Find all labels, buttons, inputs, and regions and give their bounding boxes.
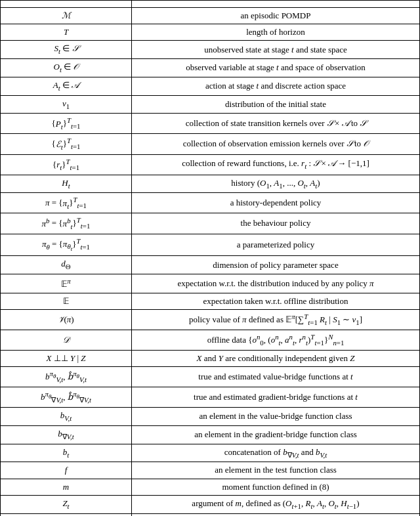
table-row: Ot ∈ 𝒪observed variable at stage t and s… [1, 59, 420, 77]
notation-cell: Ht [1, 175, 132, 193]
description-cell: true and estimated value-bridge function… [132, 367, 420, 387]
description-cell: observed variable at stage t and space o… [132, 59, 420, 77]
description-cell: argument of m, defined as (Ot+1, Rt, At,… [132, 495, 420, 513]
table-row: bπθV,t, b̂πθV,ttrue and estimated value-… [1, 367, 420, 387]
table-row: 𝔼expectation taken w.r.t. offline distri… [1, 293, 420, 309]
notation-cell: Wt [1, 513, 132, 516]
table-row: {Pt}Tt=1collection of state transition k… [1, 114, 420, 134]
description-cell: dimension of policy parameter space [132, 256, 420, 274]
notation-cell: b∇V,t [1, 425, 132, 444]
notation-cell: ℳ [1, 8, 132, 24]
table-row: Tlength of horizon [1, 24, 420, 41]
notation-cell: bt [1, 444, 132, 462]
table-row: X ⊥⊥ Y | ZX and Y are conditionally inde… [1, 350, 420, 366]
table-row: ℳan episodic POMDP [1, 8, 420, 24]
description-cell: the behaviour policy [132, 213, 420, 234]
description-cell: offline data {on0, (ont, ant, rnt)Tt=1}N… [132, 330, 420, 350]
description-cell: concatenation of b∇V,t and bV,t [132, 444, 420, 462]
description-cell: distribution of the initial state [132, 95, 420, 114]
table-row: Wtargument of bt, defined as (At, Ot, Ht… [1, 513, 420, 516]
description-cell: collection of reward functions, i.e. rt … [132, 154, 420, 175]
descriptions-header [132, 1, 420, 8]
table-row: 𝒟offline data {on0, (ont, ant, rnt)Tt=1}… [1, 330, 420, 350]
notation-cell: πθ = {πθt}Tt=1 [1, 234, 132, 256]
notation-cell: π = {πt}Tt=1 [1, 193, 132, 213]
table-row: {ℰt}Tt=1collection of observation emissi… [1, 134, 420, 154]
notation-cell: St ∈ 𝒮 [1, 41, 132, 59]
table-row: {rt}Tt=1collection of reward functions, … [1, 154, 420, 175]
table-row: Hthistory (O1, A1, ..., Ot, At) [1, 175, 420, 193]
notation-cell: 𝒱(π) [1, 309, 132, 330]
notation-cell: ν1 [1, 95, 132, 114]
description-cell: an element in the gradient-bridge functi… [132, 425, 420, 444]
description-cell: an episodic POMDP [132, 8, 420, 24]
notation-cell: 𝒟 [1, 330, 132, 350]
table-row: πb = {πbt}Tt=1the behaviour policy [1, 213, 420, 234]
notation-cell: bπθV,t, b̂πθV,t [1, 367, 132, 387]
notation-cell: πb = {πbt}Tt=1 [1, 213, 132, 234]
notation-cell: {Pt}Tt=1 [1, 114, 132, 134]
description-cell: policy value of π defined as 𝔼π[∑Tt=1 Rt… [132, 309, 420, 330]
notation-cell: dΘ [1, 256, 132, 274]
table-row: ν1distribution of the initial state [1, 95, 420, 114]
notation-cell: Ot ∈ 𝒪 [1, 59, 132, 77]
description-cell: moment function defined in (8) [132, 479, 420, 495]
description-cell: X and Y are conditionally independent gi… [132, 350, 420, 366]
table-row: bV,tan element in the value-bridge funct… [1, 408, 420, 426]
notation-cell: T [1, 24, 132, 41]
description-cell: collection of observation emission kerne… [132, 134, 420, 154]
table-row: St ∈ 𝒮unobserved state at stage t and st… [1, 41, 420, 59]
description-cell: history (O1, A1, ..., Ot, At) [132, 175, 420, 193]
table-row: fan element in the test function class [1, 462, 420, 479]
notation-cell: At ∈ 𝒜 [1, 77, 132, 95]
description-cell: an element in the test function class [132, 462, 420, 479]
table-row: πθ = {πθt}Tt=1a parameterized policy [1, 234, 420, 256]
notation-cell: bV,t [1, 408, 132, 426]
description-cell: length of horizon [132, 24, 420, 41]
table-row: b∇V,tan element in the gradient-bridge f… [1, 425, 420, 444]
notation-table: ℳan episodic POMDPTlength of horizonSt ∈… [0, 0, 420, 516]
description-cell: a history-dependent policy [132, 193, 420, 213]
description-cell: action at stage t and discrete action sp… [132, 77, 420, 95]
notation-cell: 𝔼 [1, 293, 132, 309]
notation-cell: bπθ∇V,t, b̂πθ∇V,t [1, 387, 132, 408]
table-row: π = {πt}Tt=1a history-dependent policy [1, 193, 420, 213]
table-row: mmoment function defined in (8) [1, 479, 420, 495]
description-cell: expectation taken w.r.t. offline distrib… [132, 293, 420, 309]
table-row: 𝔼πexpectation w.r.t. the distribution in… [1, 274, 420, 293]
description-cell: argument of bt, defined as (At, Ot, Ht−1… [132, 513, 420, 516]
description-cell: expectation w.r.t. the distribution indu… [132, 274, 420, 293]
table-row: 𝒱(π)policy value of π defined as 𝔼π[∑Tt=… [1, 309, 420, 330]
notation-cell: Zt [1, 495, 132, 513]
notations-header [1, 1, 132, 8]
description-cell: unobserved state at stage t and state sp… [132, 41, 420, 59]
table-row: btconcatenation of b∇V,t and bV,t [1, 444, 420, 462]
table-row: At ∈ 𝒜action at stage t and discrete act… [1, 77, 420, 95]
description-cell: true and estimated gradient-bridge funct… [132, 387, 420, 408]
table-row: dΘdimension of policy parameter space [1, 256, 420, 274]
notation-cell: f [1, 462, 132, 479]
description-cell: an element in the value-bridge function … [132, 408, 420, 426]
notation-cell: m [1, 479, 132, 495]
table-row: Ztargument of m, defined as (Ot+1, Rt, A… [1, 495, 420, 513]
table-row: bπθ∇V,t, b̂πθ∇V,ttrue and estimated grad… [1, 387, 420, 408]
description-cell: a parameterized policy [132, 234, 420, 256]
notation-cell: {rt}Tt=1 [1, 154, 132, 175]
description-cell: collection of state transition kernels o… [132, 114, 420, 134]
notation-cell: {ℰt}Tt=1 [1, 134, 132, 154]
notation-cell: 𝔼π [1, 274, 132, 293]
notation-cell: X ⊥⊥ Y | Z [1, 350, 132, 366]
